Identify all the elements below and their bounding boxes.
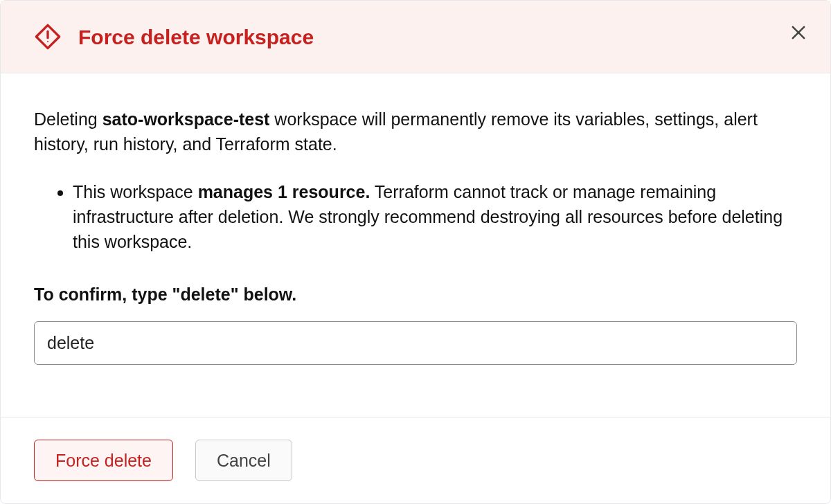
workspace-name: sato-workspace-test — [102, 109, 270, 129]
confirm-input[interactable] — [34, 321, 797, 365]
warning-list: This workspace manages 1 resource. Terra… — [34, 179, 797, 255]
bullet-strong: manages 1 resource. — [198, 182, 370, 201]
force-delete-dialog: Force delete workspace Deleting sato-wor… — [0, 0, 831, 504]
dialog-footer: Force delete Cancel — [1, 417, 830, 503]
dialog-body: Deleting sato-workspace-test workspace w… — [1, 73, 830, 417]
dialog-header: Force delete workspace — [1, 1, 830, 73]
close-icon — [789, 23, 808, 44]
cancel-button[interactable]: Cancel — [195, 440, 292, 481]
force-delete-button[interactable]: Force delete — [34, 440, 173, 481]
intro-prefix: Deleting — [34, 109, 102, 129]
confirm-label: To confirm, type "delete" below. — [34, 282, 797, 307]
close-button[interactable] — [786, 20, 811, 47]
dialog-title: Force delete workspace — [78, 26, 314, 48]
intro-text: Deleting sato-workspace-test workspace w… — [34, 107, 797, 157]
warning-item: This workspace manages 1 resource. Terra… — [73, 179, 797, 255]
warning-diamond-icon — [34, 23, 62, 51]
svg-point-1 — [47, 41, 48, 42]
bullet-prefix: This workspace — [73, 182, 198, 201]
